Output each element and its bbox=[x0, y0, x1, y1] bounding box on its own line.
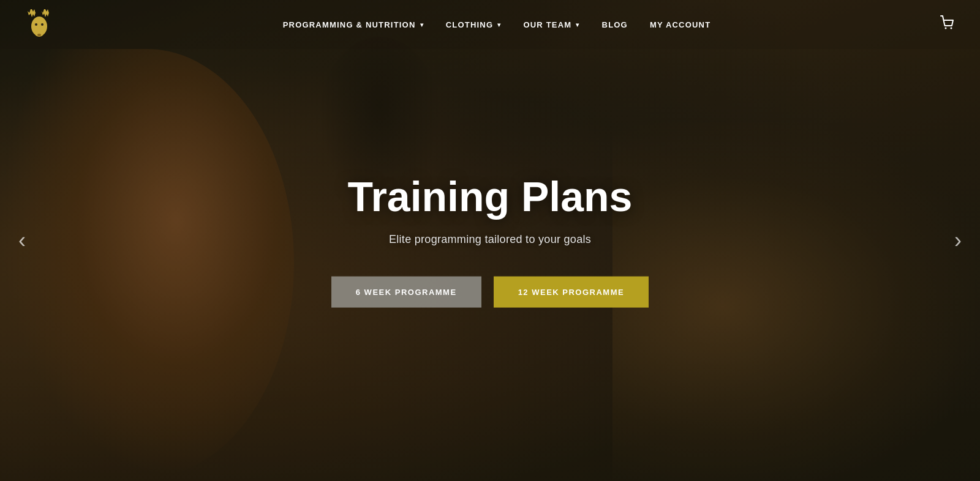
nav-item-our-team[interactable]: OUR TEAM ▾ bbox=[523, 20, 579, 29]
chevron-down-icon: ▾ bbox=[576, 21, 579, 28]
nav-links: PROGRAMMING & NUTRITION ▾ CLOTHING ▾ OUR… bbox=[283, 20, 711, 29]
svg-point-3 bbox=[41, 23, 43, 26]
svg-point-6 bbox=[951, 28, 952, 29]
nav-item-programming[interactable]: PROGRAMMING & NUTRITION ▾ bbox=[283, 20, 424, 29]
logo[interactable] bbox=[24, 8, 54, 42]
hero-content: Training Plans Elite programming tailore… bbox=[276, 174, 704, 308]
chevron-down-icon: ▾ bbox=[497, 21, 501, 28]
deer-logo-icon bbox=[24, 8, 54, 42]
hero-title: Training Plans bbox=[276, 174, 704, 220]
navbar: PROGRAMMING & NUTRITION ▾ CLOTHING ▾ OUR… bbox=[0, 0, 980, 49]
hero-section: PROGRAMMING & NUTRITION ▾ CLOTHING ▾ OUR… bbox=[0, 0, 980, 481]
hero-subtitle: Elite programming tailored to your goals bbox=[276, 233, 704, 245]
six-week-programme-button[interactable]: 6 WEEK PROGRAMME bbox=[331, 276, 481, 307]
nav-item-blog[interactable]: BLOG bbox=[602, 20, 628, 29]
carousel-prev-arrow[interactable]: ‹ bbox=[12, 222, 32, 259]
nav-item-my-account[interactable]: MY ACCOUNT bbox=[650, 20, 710, 29]
svg-point-2 bbox=[35, 23, 37, 26]
svg-point-5 bbox=[945, 28, 947, 29]
carousel-next-arrow[interactable]: › bbox=[948, 222, 968, 259]
svg-point-4 bbox=[37, 34, 41, 36]
cart-icon[interactable] bbox=[940, 15, 956, 34]
hero-buttons: 6 WEEK PROGRAMME 12 WEEK PROGRAMME bbox=[276, 276, 704, 307]
chevron-down-icon: ▾ bbox=[420, 21, 424, 28]
twelve-week-programme-button[interactable]: 12 WEEK PROGRAMME bbox=[494, 276, 649, 307]
nav-item-clothing[interactable]: CLOTHING ▾ bbox=[446, 20, 502, 29]
